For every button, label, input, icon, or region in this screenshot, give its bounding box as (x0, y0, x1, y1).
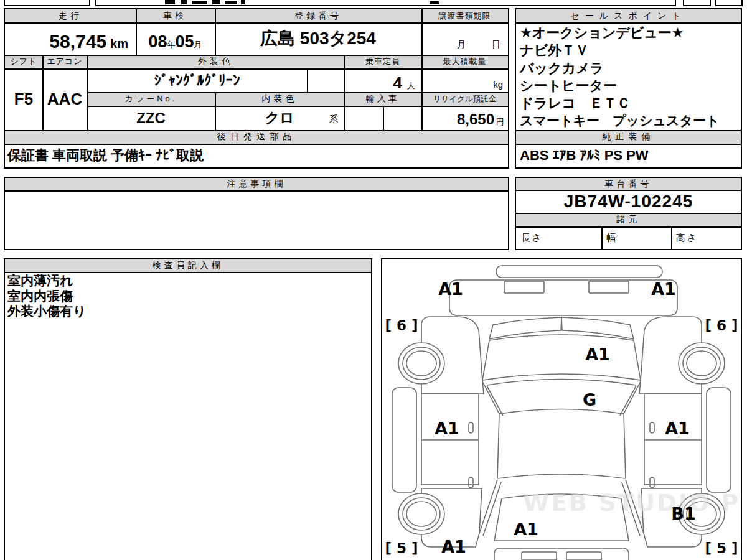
recycle-deposit-header: リサイクル預託金 (421, 92, 508, 106)
color-no-header: カラーNo. (87, 92, 215, 106)
inspector-notes-table: 検査員記入欄 室内薄汚れ 室内内張傷 外装小傷有り (4, 258, 372, 560)
headlight-right (589, 281, 629, 293)
watermark-text: WEB STUDIO PRO (523, 489, 741, 516)
transfer-day-label: 日 (492, 39, 500, 50)
damage-windshield: G (583, 390, 596, 409)
windshield-base (499, 409, 624, 414)
tire-rear-left-label: [ 5 ] (385, 540, 418, 556)
tire-rear-right-label: [ 5 ] (705, 540, 738, 556)
damage-hood: A1 (585, 345, 610, 364)
shift-value: F5 (5, 68, 42, 130)
damage-rear-quarter-right: B1 (671, 504, 695, 523)
spec-length-label: 長さ (516, 226, 601, 249)
spec-height-label: 高さ (671, 226, 741, 249)
cropped-top-cell-3 (683, 0, 711, 6)
text-fragment (192, 1, 207, 4)
notes-header: 注意事項欄 (5, 178, 508, 190)
auction-sheet-page: { "colors": { "header_bg": "#d9d9d9", "b… (0, 0, 747, 560)
rear-handle-left (469, 477, 473, 488)
roof-sides (497, 414, 626, 478)
oem-equipment-header: 純正装備 (516, 130, 741, 144)
sales-point-item: シートヒーター (520, 77, 741, 95)
shaken-header: 車検 (136, 9, 215, 22)
max-load-header: 最大積載量 (421, 55, 508, 68)
damage-tailgate: A1 (514, 520, 538, 539)
shaken-year-suffix: 年 (167, 39, 176, 50)
hood-rear-edge (487, 380, 636, 386)
damage-front-bumper-right: A1 (651, 279, 676, 299)
cropped-top-cell-2 (95, 0, 676, 6)
oem-equipment-value: ABS ｴｱB ｱﾙﾐ PS PW (516, 144, 741, 167)
text-fragment (212, 0, 220, 4)
inspector-header: 検査員記入欄 (5, 259, 371, 272)
damage-door-right: A1 (665, 419, 690, 438)
transfer-deadline-header: 譲渡書類期限 (421, 9, 508, 22)
sales-point-item: ★オークションデビュー★ (520, 24, 741, 42)
notes-content (5, 190, 508, 249)
headlight-left (504, 281, 544, 293)
taillight-right (566, 552, 601, 560)
recycle-amount: 8,650 (457, 111, 494, 128)
chassis-number-value: JB74W-102245 (516, 190, 741, 213)
shift-header: シフト (5, 55, 42, 68)
later-shipping-value: 保証書 車両取説 予備ｷｰ ﾅﾋﾞ取説 (5, 144, 508, 167)
rear-handle-right (650, 477, 654, 488)
notes-table: 注意事項欄 (4, 177, 509, 250)
sales-points-list: ★オークションデビュー★ ナビ外ＴＶ バックカメラ シートヒーター ドラレコ Ｅ… (516, 22, 741, 130)
spec-width-label: 幅 (601, 226, 671, 249)
capacity-value: 4 人 (344, 68, 421, 92)
rear-bumper (494, 548, 629, 560)
cropped-top-cell-1 (4, 0, 90, 6)
later-shipping-header: 後日発送部品 (5, 130, 508, 144)
import-header: 輸入車 (344, 92, 421, 106)
interior-color-value: クロ 系 (215, 106, 344, 130)
sales-points-header: セールスポイント (516, 9, 741, 22)
wheel-ring (406, 351, 436, 376)
shaken-value: 08 年 05 月 (136, 22, 215, 55)
registration-value: 広島 503タ254 (215, 22, 421, 55)
inspector-lines: 室内薄汚れ 室内内張傷 外装小傷有り (5, 272, 371, 320)
text-fragment (225, 1, 237, 4)
grid-line (307, 68, 308, 92)
aircon-header: エアコン (42, 55, 87, 68)
aircon-value: AAC (42, 68, 87, 130)
exterior-color-value: ｼﾞｬﾝｸﾞﾙｸﾞﾘｰﾝ (87, 68, 307, 92)
taillight-left (522, 552, 557, 560)
door-handle-left (469, 422, 473, 433)
sales-point-item: バックカメラ (520, 60, 741, 77)
side-sill-left (392, 388, 416, 492)
text-fragment (165, 0, 175, 4)
car-diagram: WEB STUDIO PRO A1 A1 A1 G A1 A1 A1 A1 B1… (382, 259, 741, 560)
mileage-value: 58,745 km (5, 22, 136, 55)
interior-color-suffix: 系 (329, 114, 338, 125)
car-diagram-box: WEB STUDIO PRO A1 A1 A1 G A1 A1 A1 A1 B1… (381, 258, 742, 560)
shaken-month-suffix: 月 (194, 39, 202, 50)
recycle-unit: 円 (496, 116, 504, 128)
side-sill-right (707, 388, 731, 492)
sales-point-item: ドラレコ ＥＴＣ (520, 95, 741, 112)
interior-color-text: クロ (265, 108, 294, 128)
text-fragment (241, 0, 245, 4)
transfer-deadline-value: 月 日 (421, 22, 508, 55)
hood (482, 335, 641, 380)
interior-color-header: 内装色 (215, 92, 344, 106)
door-right (644, 394, 702, 485)
sales-points-table: セールスポイント ★オークションデビュー★ ナビ外ＴＶ バックカメラ シートヒー… (515, 8, 742, 169)
text-fragment (430, 1, 439, 4)
sales-point-item: ナビ外ＴＶ (520, 42, 741, 59)
mileage-header: 走行 (5, 9, 136, 22)
transfer-month-label: 月 (457, 39, 466, 50)
door-handle-right (650, 422, 654, 433)
wheel-ring (687, 351, 716, 376)
vehicle-info-table: 走行 車検 登録番号 譲渡書類期限 58,745 km 08 年 05 月 広島… (4, 8, 509, 169)
damage-door-left: A1 (435, 419, 459, 438)
inspector-line: 室内薄汚れ (7, 273, 369, 289)
a-pillars (482, 381, 641, 416)
cropped-top-cell-4 (715, 0, 743, 6)
grid-line (383, 106, 384, 130)
front-bumper (449, 280, 677, 315)
sales-point-item: スマートキー プッシュスタート (520, 112, 741, 129)
wheel-ring (406, 502, 436, 526)
capacity-header: 乗車定員 (344, 55, 421, 68)
tire-front-left-label: [ 6 ] (385, 317, 418, 334)
